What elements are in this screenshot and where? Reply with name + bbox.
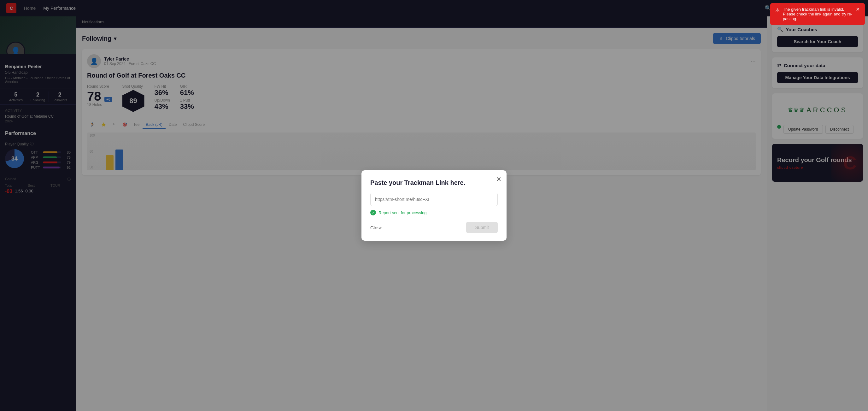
- trackman-modal: ✕ Paste your Trackman Link here. ✓ Repor…: [362, 170, 506, 241]
- toast-close-button[interactable]: ✕: [856, 7, 860, 12]
- modal-close-text-button[interactable]: Close: [370, 222, 382, 233]
- modal-success-message: ✓ Report sent for processing: [370, 210, 498, 215]
- success-checkmark-icon: ✓: [370, 210, 376, 215]
- toast-message: The given trackman link is invalid. Plea…: [783, 7, 852, 21]
- modal-submit-button[interactable]: Submit: [466, 222, 498, 233]
- modal-title: Paste your Trackman Link here.: [370, 179, 498, 186]
- modal-actions: Close Submit: [370, 222, 498, 233]
- error-toast: ⚠ The given trackman link is invalid. Pl…: [770, 3, 865, 25]
- trackman-link-input[interactable]: [370, 193, 498, 206]
- modal-overlay[interactable]: ✕ Paste your Trackman Link here. ✓ Repor…: [0, 0, 868, 411]
- warning-icon: ⚠: [775, 7, 780, 13]
- modal-close-button[interactable]: ✕: [496, 176, 501, 183]
